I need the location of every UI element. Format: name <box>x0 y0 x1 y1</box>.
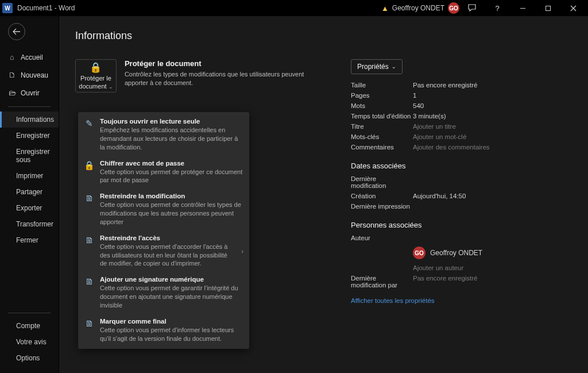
warning-icon: ▲ <box>381 4 389 13</box>
nav-share[interactable]: Partager <box>0 184 59 200</box>
author-chip[interactable]: GO Geoffroy ONDET <box>413 247 577 259</box>
page-title: Informations <box>75 30 588 42</box>
nav-open[interactable]: 🗁 Ouvrir <box>0 84 59 102</box>
close-button[interactable] <box>560 0 586 16</box>
prop-words: Mots540 <box>351 101 577 111</box>
back-button[interactable] <box>8 23 25 40</box>
nav-transform[interactable]: Transformer <box>0 216 59 232</box>
nav-feedback[interactable]: Votre avis <box>0 334 59 350</box>
dd-readonly[interactable]: ✎ Toujours ouvrir en lecture seule Empêc… <box>78 114 249 156</box>
user-account[interactable]: ▲ Geoffroy ONDET GO <box>381 2 459 14</box>
pencil-icon: ✎ <box>84 118 94 129</box>
dd-restrict-access[interactable]: 🗎 Restreindre l'accès Cette option vous … <box>78 230 249 272</box>
prop-comments[interactable]: CommentairesAjouter des commentaires <box>351 142 577 152</box>
prop-last-mod: Dernière modification <box>351 174 577 191</box>
document-title: Document1 - Word <box>17 4 75 12</box>
prop-created: CréationAujourd'hui, 14:50 <box>351 191 577 201</box>
chevron-down-icon: ⌄ <box>109 84 113 90</box>
nav-account[interactable]: Compte <box>0 318 59 334</box>
protect-document-button[interactable]: 🔒 Protéger le document ⌄ <box>75 59 117 93</box>
prop-last-print: Dernière impression <box>351 201 577 212</box>
user-name: Geoffroy ONDET <box>392 4 444 12</box>
chevron-right-icon: › <box>241 248 243 255</box>
nav-save-as[interactable]: Enregistrer sous <box>0 144 59 168</box>
dd-encrypt[interactable]: 🔒 Chiffrer avec mot de passe Cette optio… <box>78 156 249 189</box>
dd-mark-final[interactable]: 🗎 Marquer comme final Cette option vous … <box>78 314 249 347</box>
lock-icon: 🔒 <box>84 160 94 171</box>
prop-pages: Pages1 <box>351 90 577 101</box>
nav-save[interactable]: Enregistrer <box>0 128 59 144</box>
document-check-icon: 🗎 <box>84 318 94 328</box>
nav-new[interactable]: 🗋 Nouveau <box>0 66 59 84</box>
nav-informations[interactable]: Informations <box>0 111 59 128</box>
people-heading: Personnes associées <box>351 221 577 229</box>
add-author[interactable]: Ajouter un auteur <box>351 263 577 273</box>
svg-rect-1 <box>546 6 550 10</box>
user-avatar: GO <box>448 2 459 14</box>
dates-heading: Dates associées <box>351 161 577 170</box>
lock-icon: 🔒 <box>90 61 102 74</box>
chevron-down-icon: ⌄ <box>392 64 396 70</box>
minimize-button[interactable] <box>510 0 535 16</box>
document-lock-icon: 🗎 <box>84 193 94 203</box>
protect-dropdown: ✎ Toujours ouvrir en lecture seule Empêc… <box>78 112 249 349</box>
prop-size: TaillePas encore enregistré <box>351 80 577 90</box>
protect-description: Contrôlez les types de modifications que… <box>125 70 328 88</box>
prop-tags[interactable]: Mots-clésAjouter un mot-clé <box>351 132 577 142</box>
maximize-button[interactable] <box>535 0 560 16</box>
nav-export[interactable]: Exporter <box>0 200 59 216</box>
open-icon: 🗁 <box>8 89 16 97</box>
show-all-properties-link[interactable]: Afficher toutes les propriétés <box>351 297 435 304</box>
prop-last-mod-by: Dernière modification parPas encore enre… <box>351 273 577 290</box>
dd-restrict-editing[interactable]: 🗎 Restreindre la modification Cette opti… <box>78 189 249 230</box>
sidebar: ⌂ Accueil 🗋 Nouveau 🗁 Ouvrir Information… <box>0 16 59 373</box>
titlebar: W Document1 - Word ▲ Geoffroy ONDET GO ? <box>0 0 588 16</box>
prop-edit-time: Temps total d'édition3 minute(s) <box>351 111 577 121</box>
nav-print[interactable]: Imprimer <box>0 168 59 184</box>
word-app-icon: W <box>2 3 13 13</box>
protect-heading: Protéger le document <box>125 59 328 68</box>
nav-options[interactable]: Options <box>0 350 59 366</box>
nav-close[interactable]: Fermer <box>0 232 59 248</box>
speech-icon[interactable] <box>459 0 485 16</box>
properties-button[interactable]: Propriétés ⌄ <box>351 59 403 74</box>
new-icon: 🗋 <box>8 71 16 79</box>
avatar: GO <box>413 247 425 259</box>
prop-title[interactable]: TitreAjouter un titre <box>351 121 577 132</box>
help-icon[interactable]: ? <box>485 0 510 16</box>
document-signature-icon: 🗎 <box>84 276 94 286</box>
prop-author: Auteur <box>351 233 577 243</box>
home-icon: ⌂ <box>8 53 16 61</box>
nav-home[interactable]: ⌂ Accueil <box>0 48 59 66</box>
dd-digital-signature[interactable]: 🗎 Ajouter une signature numérique Cette … <box>78 272 249 314</box>
document-shield-icon: 🗎 <box>84 234 94 245</box>
